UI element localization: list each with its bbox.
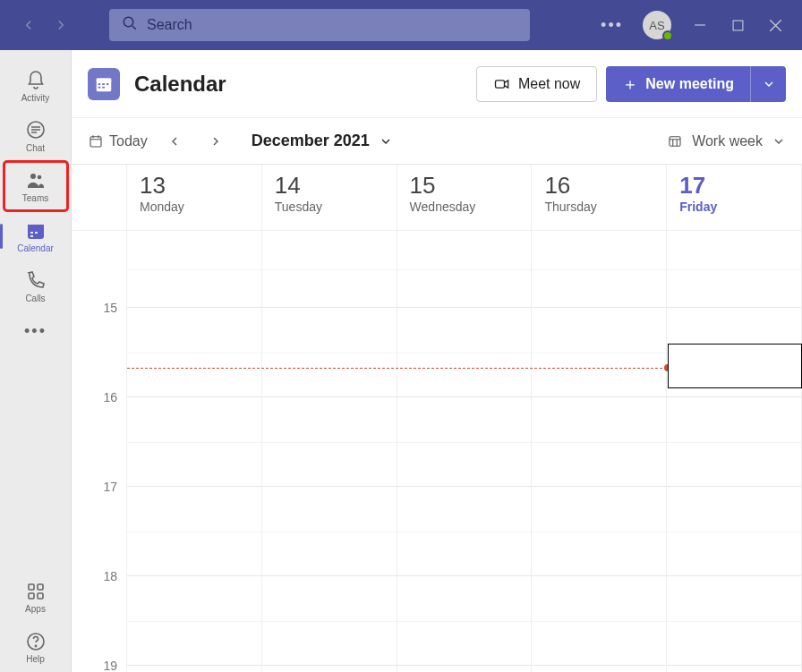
rail-calendar-label: Calendar — [17, 243, 54, 253]
svg-point-0 — [124, 17, 133, 27]
svg-rect-7 — [30, 232, 33, 234]
rail-calls-label: Calls — [25, 293, 45, 303]
search-input[interactable] — [147, 17, 517, 33]
window-maximize-button[interactable] — [729, 16, 747, 34]
time-label: 19 — [103, 659, 117, 672]
history-forward-button[interactable] — [50, 14, 72, 36]
meet-now-label: Meet now — [518, 76, 580, 92]
teams-icon — [25, 170, 47, 191]
new-meeting-dropdown[interactable] — [750, 66, 786, 102]
new-meeting-button[interactable]: ＋ New meeting — [606, 66, 750, 102]
rail-help-label: Help — [26, 654, 45, 664]
rail-apps[interactable]: Apps — [4, 572, 68, 622]
window-minimize-button[interactable] — [691, 16, 709, 34]
day-header: 14 Tuesday — [262, 165, 397, 231]
window-close-button[interactable] — [766, 16, 784, 34]
svg-rect-1 — [733, 21, 743, 30]
more-options-button[interactable]: ••• — [601, 16, 623, 35]
day-column[interactable]: 15 Wednesday — [397, 165, 533, 672]
svg-rect-10 — [29, 584, 34, 590]
day-header: 15 Wednesday — [397, 165, 532, 231]
rail-calendar[interactable]: Calendar — [4, 211, 68, 261]
svg-rect-11 — [38, 584, 43, 590]
meet-now-button[interactable]: Meet now — [476, 66, 597, 102]
svg-rect-12 — [29, 593, 34, 599]
day-number: 14 — [275, 172, 384, 200]
day-column-today[interactable]: 17 Friday — [667, 165, 802, 672]
rail-help[interactable]: Help — [4, 622, 68, 672]
current-time-line — [127, 368, 667, 369]
day-header: 13 Monday — [127, 165, 261, 231]
search-icon — [122, 15, 138, 35]
svg-rect-17 — [97, 78, 112, 81]
day-header: 16 Thursday — [532, 165, 666, 231]
view-switcher[interactable]: Work week — [667, 133, 786, 149]
page-title: Calendar — [134, 72, 226, 97]
rail-teams[interactable]: Teams — [4, 161, 68, 211]
rail-chat-label: Chat — [26, 143, 45, 153]
day-name: Monday — [140, 200, 249, 214]
video-icon — [493, 75, 511, 93]
time-label: 15 — [103, 301, 117, 315]
day-number: 16 — [544, 172, 653, 200]
calendar-icon — [25, 220, 47, 242]
svg-rect-23 — [495, 80, 504, 87]
time-label: 18 — [103, 569, 117, 583]
rail-chat[interactable]: Chat — [4, 111, 68, 161]
svg-rect-22 — [102, 86, 105, 88]
rail-calls[interactable]: Calls — [4, 261, 68, 311]
avatar[interactable]: AS — [643, 11, 671, 39]
chat-icon — [25, 120, 47, 141]
phone-icon — [25, 270, 47, 292]
svg-rect-21 — [98, 86, 101, 88]
avatar-initials: AS — [649, 19, 664, 32]
rail-more[interactable]: ••• — [4, 311, 68, 351]
day-number: 13 — [140, 172, 249, 200]
day-column[interactable]: 14 Tuesday — [262, 165, 397, 672]
history-back-button[interactable] — [18, 14, 39, 36]
day-name: Thursday — [544, 200, 653, 214]
month-label-text: December 2021 — [252, 132, 370, 150]
today-label: Today — [109, 133, 148, 149]
next-period-button[interactable] — [205, 131, 226, 152]
day-number: 15 — [410, 172, 519, 200]
day-name: Tuesday — [275, 200, 384, 214]
svg-rect-6 — [28, 225, 44, 229]
day-number: 17 — [679, 172, 789, 200]
time-label: 17 — [103, 480, 117, 494]
rail-activity[interactable]: Activity — [4, 61, 68, 111]
svg-rect-25 — [670, 136, 680, 146]
day-header: 17 Friday — [667, 165, 801, 231]
bell-icon — [25, 70, 47, 91]
app-rail: Activity Chat Teams Calendar Calls ••• A… — [0, 50, 72, 672]
calendar-today-icon — [88, 133, 104, 149]
month-picker[interactable]: December 2021 — [252, 132, 393, 150]
svg-point-15 — [35, 645, 36, 646]
help-icon — [25, 631, 47, 652]
rail-teams-label: Teams — [22, 193, 48, 203]
apps-icon — [25, 581, 47, 602]
day-name: Wednesday — [410, 200, 519, 214]
svg-rect-20 — [107, 83, 109, 85]
prev-period-button[interactable] — [164, 131, 185, 152]
search-box[interactable] — [109, 9, 530, 41]
plus-icon: ＋ — [622, 73, 638, 95]
time-label: 16 — [103, 390, 117, 404]
rail-activity-label: Activity — [21, 93, 50, 103]
today-button[interactable]: Today — [88, 133, 148, 149]
calendar-grid[interactable]: 15 16 17 18 19 13 Monday 14 Tuesday — [72, 165, 802, 672]
day-column[interactable]: 13 Monday — [127, 165, 262, 672]
svg-point-4 — [37, 174, 41, 179]
day-column[interactable]: 16 Thursday — [532, 165, 667, 672]
svg-rect-9 — [30, 235, 33, 237]
selected-timeslot[interactable] — [668, 344, 802, 388]
svg-rect-8 — [35, 232, 38, 234]
svg-rect-18 — [98, 83, 101, 85]
chevron-down-icon — [762, 77, 776, 91]
svg-rect-13 — [38, 593, 43, 599]
chevron-down-icon — [379, 134, 393, 149]
time-gutter: 15 16 17 18 19 — [72, 165, 127, 672]
calendar-badge-icon — [88, 68, 120, 100]
week-view-icon — [667, 133, 683, 149]
svg-rect-24 — [90, 136, 101, 146]
